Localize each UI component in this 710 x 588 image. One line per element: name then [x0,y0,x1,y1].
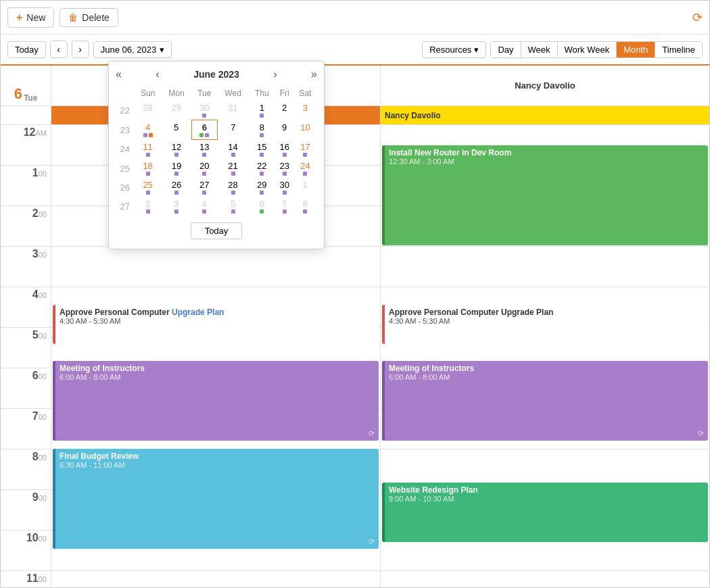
mini-cal-day[interactable]: 19 [162,159,191,178]
slot-3-1 [51,247,380,287]
event-approve-1[interactable]: Approve Personal Computer Upgrade Plan 4… [53,305,379,344]
mini-cal-day[interactable]: 17 [293,140,316,160]
mini-cal-day[interactable]: 11 [134,140,161,160]
resources-label: Resources [429,45,471,55]
mini-cal-day[interactable]: 24 [293,159,316,178]
refresh-icon: ⟳ [692,11,703,24]
mini-cal-day[interactable]: 22 [249,159,275,178]
delete-button[interactable]: 🗑 Delete [60,8,118,27]
resources-button[interactable]: Resources ▾ [422,41,486,58]
trash-icon: 🗑 [68,12,78,23]
time-slot-9: 900 [1,490,51,531]
mini-cal-day[interactable]: 7 [275,197,293,216]
nav-right: Resources ▾ Day Week Work Week Month Tim… [422,41,703,58]
thu-header: Thu [249,86,275,101]
event-approve-2[interactable]: Approve Personal Computer Upgrade Plan 4… [382,305,708,344]
mini-cal-day[interactable]: 29 [249,178,275,197]
mini-cal-today-button[interactable]: Today [191,222,243,239]
mini-cal-day[interactable]: 9 [275,120,293,140]
event-budget-1[interactable]: Final Budget Review 8:30 AM - 11:00 AM ⟳ [53,449,379,549]
mini-cal-day[interactable]: 3 [293,101,316,120]
mini-cal-prev-month[interactable]: ‹ [156,68,159,80]
mini-cal-day[interactable]: 4 [191,197,217,216]
tab-timeline[interactable]: Timeline [655,42,702,57]
mini-cal-day[interactable]: 29 [162,101,191,120]
time-slot-8: 800 [1,449,51,490]
refresh-button[interactable]: ⟳ [692,10,703,25]
mini-cal-day[interactable]: 2 [134,197,161,216]
mini-cal-day[interactable]: 3 [162,197,191,216]
mini-cal-day[interactable]: 2 [275,101,293,120]
mini-cal-day[interactable]: 15 [249,140,275,160]
mini-cal-day[interactable]: 21 [217,159,248,178]
mini-cal-day[interactable]: 25 [134,178,161,197]
time-slot-7: 700 [1,409,51,449]
time-slot-5: 500 [1,328,51,368]
mini-cal-day[interactable]: 6 [249,197,275,216]
next-button[interactable]: › [72,41,89,58]
mini-cal-day[interactable]: 20 [191,159,217,178]
mini-cal-day[interactable]: 30 [275,178,293,197]
date-picker-button[interactable]: June 06, 2023 ▾ [93,41,172,58]
mini-cal-day[interactable]: 5 [162,120,191,140]
mini-cal-day[interactable]: 5 [217,197,248,216]
time-slot-6: 600 [1,368,51,409]
mini-cal-day[interactable]: 30 [191,101,217,120]
calendar-area: 6 Tue 12AM 100 200 300 400 500 600 700 8 [1,66,709,588]
mini-cal-day[interactable]: 10 [293,120,316,140]
mini-cal-day[interactable]: 18 [134,159,161,178]
fri-header: Fri [275,86,293,101]
tab-work-week[interactable]: Work Week [558,42,617,57]
time-slot-2: 200 [1,206,51,247]
new-button[interactable]: + New [7,7,54,28]
sat-header: Sat [293,86,316,101]
event-router-2[interactable]: Install New Router in Dev Room 12:30 AM … [382,145,708,245]
mini-cal-day[interactable]: 28 [134,101,161,120]
toolbar-left: + New 🗑 Delete [7,7,118,28]
tab-day[interactable]: Day [491,42,521,57]
recur-icon-budget: ⟳ [369,537,375,546]
mini-cal-day[interactable]: 12 [162,140,191,160]
mini-cal-day[interactable]: 16 [275,140,293,160]
mini-cal-day[interactable]: 31 [217,101,248,120]
event-website-2[interactable]: Website Redesign Plan 9:00 AM - 10:30 AM [382,483,708,542]
plus-icon: + [16,11,22,24]
mon-header: Mon [162,86,191,101]
tab-week[interactable]: Week [521,42,558,57]
event-meeting-1[interactable]: Meeting of Instructors 6:00 AM - 8:00 AM… [53,361,379,441]
mini-cal-day[interactable]: 14 [217,140,248,160]
time-slot-12am: 12AM [1,125,51,166]
mini-cal-day[interactable]: 6 [191,120,217,140]
prev-button[interactable]: ‹ [50,41,68,58]
delete-label: Delete [82,12,109,23]
mini-cal-day[interactable]: 7 [217,120,248,140]
all-day-event-2[interactable]: Nancy Davolio [381,106,709,124]
event-meeting-2[interactable]: Meeting of Instructors 6:00 AM - 8:00 AM… [382,361,708,441]
slot-11-1 [51,571,380,588]
today-button[interactable]: Today [7,41,46,58]
mini-cal-day[interactable]: 26 [162,178,191,197]
mini-cal-day[interactable]: 1 [249,101,275,120]
tab-month[interactable]: Month [617,42,655,57]
time-slots-2: Install New Router in Dev Room 12:30 AM … [381,125,709,588]
mini-cal-next-year[interactable]: » [311,68,317,80]
wed-header: Wed [217,86,248,101]
mini-cal-day[interactable]: 1 [293,178,316,197]
mini-cal-next-month[interactable]: › [273,68,277,80]
mini-cal-day[interactable]: 8 [293,197,316,216]
mini-cal-day[interactable]: 27 [191,178,217,197]
mini-cal-day[interactable]: 4 [134,120,161,140]
mini-calendar-popup: « ‹ June 2023 › » Sun Mon Tue Wed Thu Fr… [108,61,325,249]
mini-cal-day[interactable]: 8 [249,120,275,140]
mini-cal-day[interactable]: 13 [191,140,217,160]
week-num: 24 [116,140,134,160]
mini-cal-day[interactable]: 23 [275,159,293,178]
mini-cal-title: June 2023 [193,69,239,80]
day-number: 6 [14,85,22,103]
time-column: 6 Tue 12AM 100 200 300 400 500 600 700 8 [1,66,51,588]
week-num: 27 [116,197,134,216]
mini-cal-day[interactable]: 28 [217,178,248,197]
day-label: Tue [24,93,37,103]
mini-cal-prev-year[interactable]: « [116,68,122,80]
new-label: New [26,12,45,23]
